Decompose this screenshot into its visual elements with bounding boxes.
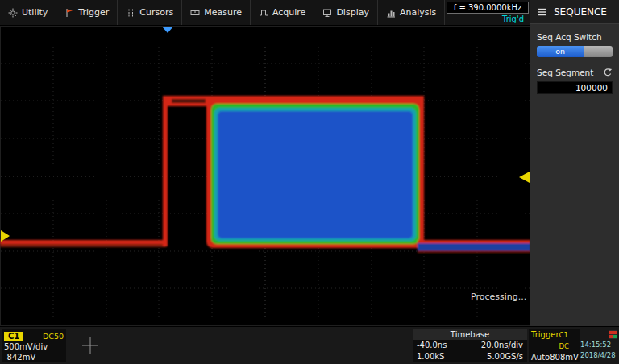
toggle-off-segment bbox=[584, 46, 613, 57]
seq-acq-switch-label: Seq Acq Switch bbox=[530, 24, 619, 45]
datetime-panel: 14:15:52 2018/4/28 bbox=[580, 329, 618, 362]
channel-offset-marker[interactable] bbox=[1, 230, 10, 242]
menu-cursors-label: Cursors bbox=[139, 7, 173, 18]
menu-measure-label: Measure bbox=[204, 7, 242, 18]
trigger-level: 808mV bbox=[550, 352, 579, 363]
menu-display-label: Display bbox=[336, 7, 369, 18]
processing-text: Processing... bbox=[471, 292, 526, 302]
trigger-title: Trigger bbox=[531, 329, 559, 341]
menu-trigger[interactable]: Trigger bbox=[56, 0, 118, 25]
menu-measure[interactable]: Measure bbox=[182, 0, 251, 25]
clock-time: 14:15:52 bbox=[580, 340, 618, 350]
toggle-on-segment: on bbox=[537, 46, 584, 57]
seq-segment-input[interactable]: 100000 bbox=[537, 81, 613, 94]
seq-segment-label: Seq Segment bbox=[537, 68, 593, 77]
acquire-wave-icon bbox=[259, 8, 268, 18]
trigger-panel[interactable]: Trigger C1 DC Auto 808mV Edge Rising bbox=[529, 329, 580, 362]
channel1-coupling: DC50 bbox=[43, 332, 64, 341]
waveform-display[interactable]: Processing... bbox=[0, 26, 530, 326]
trigger-flag-icon bbox=[64, 8, 74, 18]
menu-analysis-label: Analysis bbox=[400, 7, 436, 18]
waveform-trace bbox=[0, 96, 530, 253]
channel1-badge: C1 bbox=[4, 332, 23, 341]
seq-acq-switch-toggle[interactable]: on bbox=[537, 46, 613, 57]
menu-acquire-label: Acquire bbox=[272, 7, 305, 18]
analysis-chart-icon bbox=[386, 8, 396, 18]
channel1-scale: 500mV/div bbox=[4, 341, 64, 352]
utility-gear-icon bbox=[8, 8, 18, 18]
timebase-panel[interactable]: Timebase -40.0ns 20.0ns/div 1.00kS 5.00G… bbox=[413, 329, 527, 362]
timebase-scale: 20.0ns/div bbox=[481, 340, 523, 351]
toggle-state-label: on bbox=[555, 47, 565, 56]
channel1-panel[interactable]: C1 DC50 500mV/div -842mV bbox=[2, 329, 66, 362]
hamburger-menu-icon bbox=[538, 8, 547, 16]
seq-segment-value: 100000 bbox=[575, 83, 608, 93]
oscilloscope-screen: Utility Trigger Cursors Measure Acquire … bbox=[0, 0, 619, 364]
menu-trigger-label: Trigger bbox=[78, 7, 109, 18]
status-bar: C1 DC50 500mV/div -842mV Timebase -40.0n… bbox=[0, 326, 619, 364]
menu-display[interactable]: Display bbox=[314, 0, 378, 25]
timebase-samples: 1.00kS bbox=[417, 351, 444, 362]
timebase-rate: 5.00GS/s bbox=[487, 351, 523, 362]
frequency-counter: f = 390.0000kHz Trig'd bbox=[447, 0, 530, 25]
cursors-icon bbox=[126, 8, 135, 18]
sequence-dialog: SEQUENCE Seq Acq Switch on Seq Segment 1… bbox=[530, 0, 619, 326]
menu-analysis[interactable]: Analysis bbox=[378, 0, 445, 25]
sequence-title: SEQUENCE bbox=[554, 6, 607, 18]
trigger-mode: Auto bbox=[531, 352, 550, 363]
timebase-title: Timebase bbox=[413, 329, 527, 340]
trigger-source: C1 DC bbox=[559, 330, 579, 352]
refresh-icon[interactable] bbox=[603, 68, 613, 77]
menu-acquire[interactable]: Acquire bbox=[251, 0, 314, 25]
lan-status-icon bbox=[609, 330, 617, 339]
menu-cursors[interactable]: Cursors bbox=[118, 0, 182, 25]
menu-utility-label: Utility bbox=[22, 7, 48, 18]
trigger-status: Trig'd bbox=[447, 14, 529, 25]
trigger-position-marker[interactable] bbox=[162, 27, 173, 33]
timebase-delay: -40.0ns bbox=[417, 340, 447, 351]
frequency-value: f = 390.0000kHz bbox=[447, 2, 529, 14]
clock-date: 2018/4/28 bbox=[580, 350, 618, 361]
trigger-level-marker[interactable] bbox=[519, 172, 530, 183]
display-monitor-icon bbox=[322, 8, 332, 18]
waveform-plot bbox=[0, 26, 530, 326]
crosshair-icon bbox=[79, 334, 102, 357]
menu-utility[interactable]: Utility bbox=[0, 0, 56, 25]
channel1-offset: -842mV bbox=[4, 352, 64, 362]
measure-ruler-icon bbox=[190, 8, 200, 18]
top-menu-bar: Utility Trigger Cursors Measure Acquire … bbox=[0, 0, 530, 26]
sequence-dialog-header[interactable]: SEQUENCE bbox=[530, 0, 619, 24]
